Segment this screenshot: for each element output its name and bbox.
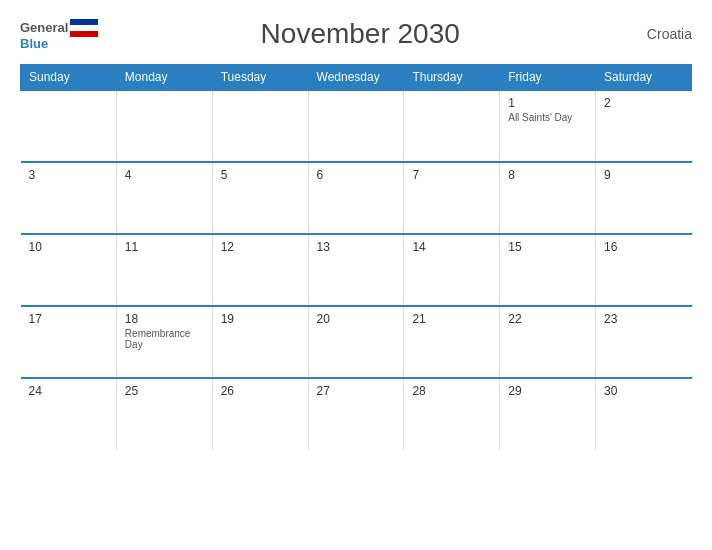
day-cell-2-1: 11 <box>116 234 212 306</box>
day-number: 27 <box>317 384 396 398</box>
svg-rect-2 <box>70 31 98 37</box>
day-number: 13 <box>317 240 396 254</box>
svg-rect-1 <box>70 25 98 31</box>
day-number: 22 <box>508 312 587 326</box>
day-cell-0-0 <box>21 90 117 162</box>
day-number: 23 <box>604 312 683 326</box>
holiday-label: All Saints' Day <box>508 112 587 123</box>
logo-general-text: General <box>20 21 68 34</box>
logo-blue-text: Blue <box>20 37 48 50</box>
day-number: 20 <box>317 312 396 326</box>
country-label: Croatia <box>622 26 692 42</box>
day-number: 7 <box>412 168 491 182</box>
day-cell-0-6: 2 <box>596 90 692 162</box>
day-cell-2-3: 13 <box>308 234 404 306</box>
day-number: 28 <box>412 384 491 398</box>
day-cell-1-1: 4 <box>116 162 212 234</box>
day-number: 6 <box>317 168 396 182</box>
week-row-2: 3456789 <box>21 162 692 234</box>
svg-rect-0 <box>70 19 98 25</box>
week-row-3: 10111213141516 <box>21 234 692 306</box>
day-cell-1-4: 7 <box>404 162 500 234</box>
day-cell-4-1: 25 <box>116 378 212 450</box>
day-number: 24 <box>29 384 108 398</box>
header: General Blue November 2030 Croatia <box>20 18 692 50</box>
day-cell-1-3: 6 <box>308 162 404 234</box>
col-wednesday: Wednesday <box>308 65 404 91</box>
day-cell-2-4: 14 <box>404 234 500 306</box>
day-cell-3-2: 19 <box>212 306 308 378</box>
day-cell-1-0: 3 <box>21 162 117 234</box>
day-number: 5 <box>221 168 300 182</box>
page: General Blue November 2030 Croatia Sunda… <box>0 0 712 550</box>
day-cell-1-2: 5 <box>212 162 308 234</box>
day-cell-2-5: 15 <box>500 234 596 306</box>
calendar-title: November 2030 <box>98 18 622 50</box>
day-cell-3-1: 18Remembrance Day <box>116 306 212 378</box>
week-row-5: 24252627282930 <box>21 378 692 450</box>
day-cell-0-4 <box>404 90 500 162</box>
day-cell-4-2: 26 <box>212 378 308 450</box>
logo-flag-icon <box>70 19 98 37</box>
day-cell-1-5: 8 <box>500 162 596 234</box>
week-row-1: 1All Saints' Day2 <box>21 90 692 162</box>
day-cell-4-3: 27 <box>308 378 404 450</box>
day-number: 25 <box>125 384 204 398</box>
day-number: 14 <box>412 240 491 254</box>
day-cell-3-5: 22 <box>500 306 596 378</box>
logo: General Blue <box>20 19 98 50</box>
col-saturday: Saturday <box>596 65 692 91</box>
day-number: 11 <box>125 240 204 254</box>
day-cell-3-6: 23 <box>596 306 692 378</box>
weekday-header-row: Sunday Monday Tuesday Wednesday Thursday… <box>21 65 692 91</box>
day-cell-4-4: 28 <box>404 378 500 450</box>
day-number: 3 <box>29 168 108 182</box>
day-cell-2-2: 12 <box>212 234 308 306</box>
day-cell-3-0: 17 <box>21 306 117 378</box>
day-cell-0-1 <box>116 90 212 162</box>
day-number: 26 <box>221 384 300 398</box>
day-number: 29 <box>508 384 587 398</box>
col-tuesday: Tuesday <box>212 65 308 91</box>
col-thursday: Thursday <box>404 65 500 91</box>
day-cell-4-6: 30 <box>596 378 692 450</box>
col-friday: Friday <box>500 65 596 91</box>
day-number: 17 <box>29 312 108 326</box>
day-number: 15 <box>508 240 587 254</box>
day-cell-2-6: 16 <box>596 234 692 306</box>
day-number: 2 <box>604 96 683 110</box>
col-monday: Monday <box>116 65 212 91</box>
day-cell-4-5: 29 <box>500 378 596 450</box>
day-cell-0-2 <box>212 90 308 162</box>
day-cell-1-6: 9 <box>596 162 692 234</box>
day-number: 1 <box>508 96 587 110</box>
day-cell-3-3: 20 <box>308 306 404 378</box>
day-number: 9 <box>604 168 683 182</box>
day-number: 19 <box>221 312 300 326</box>
day-number: 30 <box>604 384 683 398</box>
day-number: 4 <box>125 168 204 182</box>
day-cell-4-0: 24 <box>21 378 117 450</box>
calendar-table: Sunday Monday Tuesday Wednesday Thursday… <box>20 64 692 450</box>
day-number: 8 <box>508 168 587 182</box>
day-cell-3-4: 21 <box>404 306 500 378</box>
day-cell-0-3 <box>308 90 404 162</box>
col-sunday: Sunday <box>21 65 117 91</box>
day-number: 18 <box>125 312 204 326</box>
week-row-4: 1718Remembrance Day1920212223 <box>21 306 692 378</box>
day-number: 12 <box>221 240 300 254</box>
day-cell-2-0: 10 <box>21 234 117 306</box>
day-cell-0-5: 1All Saints' Day <box>500 90 596 162</box>
holiday-label: Remembrance Day <box>125 328 204 350</box>
day-number: 10 <box>29 240 108 254</box>
day-number: 21 <box>412 312 491 326</box>
day-number: 16 <box>604 240 683 254</box>
